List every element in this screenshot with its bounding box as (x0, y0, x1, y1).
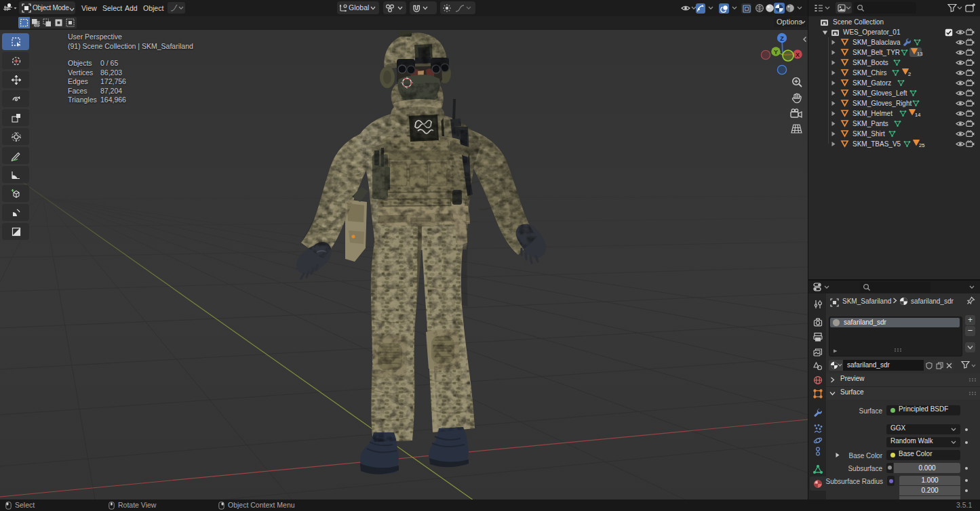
svg-text:Z: Z (780, 35, 784, 42)
svg-text:X: X (796, 52, 800, 58)
svg-text:14: 14 (915, 112, 920, 117)
svg-text:13: 13 (917, 51, 922, 56)
svg-text:Y: Y (774, 49, 778, 56)
svg-text:2: 2 (908, 71, 911, 77)
svg-text:25: 25 (919, 142, 924, 148)
